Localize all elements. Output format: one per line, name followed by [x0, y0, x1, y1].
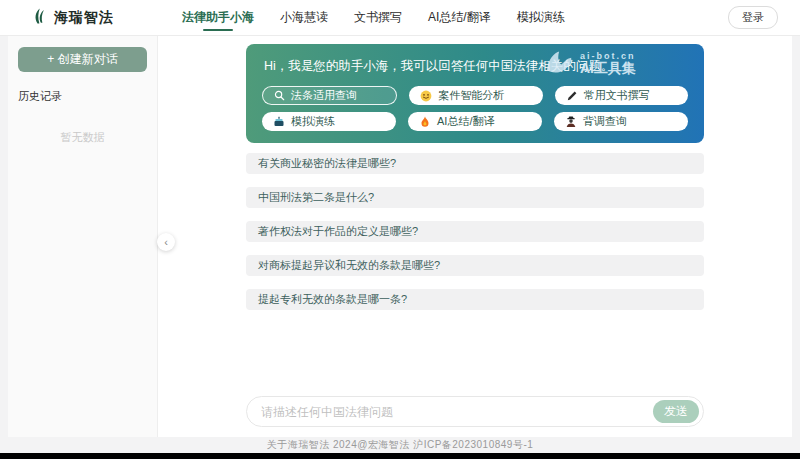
shortcut-document-writing[interactable]: 常用文书撰写: [555, 86, 688, 105]
suggested-question[interactable]: 中国刑法第二条是什么?: [246, 187, 704, 208]
welcome-banner: ai-bot.cn AI工具集 Hi，我是您的助手小海，我可以回答任何中国法律相…: [246, 44, 704, 143]
flame-icon: [419, 116, 431, 128]
shortcut-label: 法条适用查询: [291, 88, 357, 103]
shortcut-background-check[interactable]: 背调查询: [554, 112, 688, 131]
shortcut-label: 案件智能分析: [438, 88, 504, 103]
send-button[interactable]: 发送: [653, 400, 699, 423]
shortcut-row-2: 模拟演练 AI总结/翻译: [262, 112, 688, 131]
shortcut-label: 背调查询: [583, 114, 627, 129]
shortcut-label: 常用文书撰写: [584, 88, 650, 103]
main-nav: 法律助手小海 小海慧读 文书撰写 AI总结/翻译 模拟演练: [182, 0, 565, 35]
main-area: ai-bot.cn AI工具集 Hi，我是您的助手小海，我可以回答任何中国法律相…: [158, 36, 792, 437]
chat-input-bar: 发送: [246, 396, 704, 427]
nav-item-smart-reading[interactable]: 小海慧读: [280, 0, 328, 35]
shortcut-label: AI总结/翻译: [437, 114, 494, 129]
nav-item-document-writing[interactable]: 文书撰写: [354, 0, 402, 35]
shortcut-row-1: 法条适用查询 案件智能分析: [262, 86, 688, 105]
shortcut-mock-practice[interactable]: 模拟演练: [262, 112, 396, 131]
content-card: + 创建新对话 历史记录 暂无数据 ‹ ai-bot.cn AI工具集: [8, 36, 792, 437]
sidebar-collapse-button[interactable]: ‹: [157, 233, 175, 251]
shortcut-case-analysis[interactable]: 案件智能分析: [409, 86, 542, 105]
bottom-black-bar: [0, 453, 800, 459]
watermark-texts: ai-bot.cn AI工具集: [580, 52, 636, 76]
sidebar: + 创建新对话 历史记录 暂无数据: [8, 36, 158, 437]
suggested-questions: 有关商业秘密的法律是哪些? 中国刑法第二条是什么? 著作权法对于作品的定义是哪些…: [246, 153, 704, 323]
chevron-left-icon: ‹: [164, 236, 168, 248]
watermark: ai-bot.cn AI工具集: [545, 49, 636, 79]
nav-item-ai-summary[interactable]: AI总结/翻译: [428, 0, 491, 35]
content-column: ai-bot.cn AI工具集 Hi，我是您的助手小海，我可以回答任何中国法律相…: [246, 36, 704, 437]
history-empty-state: 暂无数据: [18, 130, 147, 145]
brand-name: 海瑞智法: [54, 9, 114, 27]
cake-icon: [273, 116, 285, 128]
suggested-question[interactable]: 著作权法对于作品的定义是哪些?: [246, 221, 704, 242]
watermark-name: AI工具集: [580, 61, 636, 76]
brand-leaf-icon: [30, 6, 48, 30]
chat-input[interactable]: [261, 405, 653, 419]
detective-icon: [565, 116, 577, 128]
aibot-logo-icon: [545, 49, 575, 79]
page-footer: 关于海瑞智法 2024@宏海智法 沪ICP备2023010849号-1: [0, 437, 800, 453]
suggested-question[interactable]: 对商标提起异议和无效的条款是哪些?: [246, 255, 704, 276]
shortcut-label: 模拟演练: [291, 114, 335, 129]
login-button[interactable]: 登录: [728, 6, 778, 29]
suggested-question[interactable]: 提起专利无效的条款是哪一条?: [246, 289, 704, 310]
new-conversation-button[interactable]: + 创建新对话: [18, 47, 147, 72]
spacer: [246, 323, 704, 396]
nav-item-legal-assistant[interactable]: 法律助手小海: [182, 0, 254, 35]
smiley-icon: [420, 90, 432, 102]
shortcut-law-query[interactable]: 法条适用查询: [262, 86, 397, 105]
shortcut-ai-summary[interactable]: AI总结/翻译: [408, 112, 542, 131]
pencil-icon: [566, 90, 578, 102]
suggested-question[interactable]: 有关商业秘密的法律是哪些?: [246, 153, 704, 174]
footer-text: 关于海瑞智法 2024@宏海智法 沪ICP备2023010849号-1: [267, 438, 534, 452]
top-nav-bar: 海瑞智法 法律助手小海 小海慧读 文书撰写 AI总结/翻译 模拟演练 登录: [0, 0, 800, 36]
nav-item-mock-practice[interactable]: 模拟演练: [517, 0, 565, 35]
search-icon: [274, 90, 285, 101]
history-label: 历史记录: [18, 89, 147, 104]
brand: 海瑞智法: [30, 6, 182, 30]
